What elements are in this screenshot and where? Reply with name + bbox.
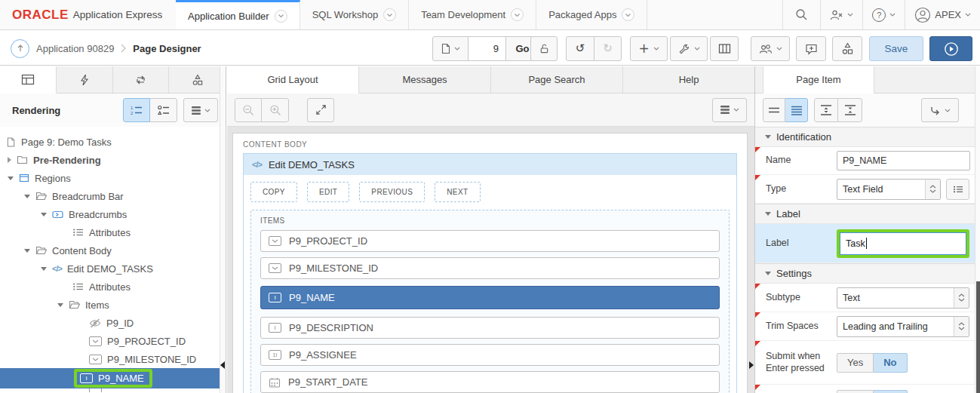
tab-help[interactable]: Help	[623, 66, 754, 93]
collapse-left-panel-handle[interactable]	[220, 361, 225, 369]
utilities-menu-button[interactable]	[670, 36, 708, 61]
redo-button[interactable]: ↻	[594, 37, 621, 60]
go-to-group-button[interactable]	[921, 98, 959, 122]
chevron-down-icon[interactable]	[511, 8, 524, 21]
tab-messages[interactable]: Messages	[359, 66, 491, 93]
up-level-button[interactable]	[11, 39, 29, 58]
create-menu-button[interactable]: +	[630, 36, 668, 61]
no-option[interactable]: No	[874, 353, 907, 373]
collapse-right-panel-handle[interactable]	[749, 361, 754, 369]
administration-menu-button[interactable]	[820, 0, 862, 29]
expanded-icon[interactable]	[8, 177, 14, 180]
layout-menu-button[interactable]	[712, 98, 747, 122]
copy-button[interactable]: COPY	[250, 182, 297, 202]
edit-button[interactable]: EDIT	[307, 182, 349, 202]
layout-item-p9-name[interactable]: I P9_NAME	[260, 286, 720, 309]
next-button[interactable]: NEXT	[435, 182, 480, 202]
name-input[interactable]	[837, 151, 970, 170]
tree-item-page[interactable]: Page 9: Demo Tasks	[0, 133, 226, 151]
tree-item-pre-rendering[interactable]: Pre-Rendering	[0, 151, 226, 169]
yes-option[interactable]: Yes	[837, 353, 874, 373]
chevron-down-icon[interactable]	[383, 8, 396, 21]
layout-item-p9-project-id[interactable]: P9_PROJECT_ID	[260, 230, 720, 252]
add-comment-button[interactable]	[796, 36, 826, 61]
order-by-processing-button[interactable]: 12	[123, 98, 150, 122]
tree-item-p9-name[interactable]: I P9_NAME	[0, 368, 226, 388]
tab-grid-layout[interactable]: Grid Layout	[227, 66, 359, 94]
collapse-all-button[interactable]	[814, 98, 838, 122]
user-menu-button[interactable]: APEX	[905, 0, 980, 29]
tree-item-items[interactable]: Items	[0, 296, 226, 314]
expanded-icon[interactable]	[41, 267, 47, 271]
type-list-of-values-button[interactable]	[946, 179, 969, 200]
shared-components-menu-button[interactable]	[751, 36, 790, 61]
spinner-icon[interactable]	[925, 180, 940, 199]
lock-button[interactable]	[530, 36, 558, 61]
zoom-out-button[interactable]	[235, 98, 262, 122]
zoom-in-button[interactable]	[262, 98, 289, 122]
tab-team-development[interactable]: Team Development	[409, 0, 536, 29]
show-all-button[interactable]	[785, 98, 808, 122]
tree-item-breadcrumbs[interactable]: Breadcrumbs	[0, 205, 226, 223]
tree-item-p9-milestone-id[interactable]: P9_MILESTONE_ID	[0, 350, 226, 368]
type-select[interactable]: Text Field	[837, 179, 941, 200]
tree-item-regions[interactable]: Regions	[0, 169, 226, 187]
expanded-icon[interactable]	[41, 213, 47, 216]
layout-item-p9-milestone-id[interactable]: P9_MILESTONE_ID	[260, 257, 720, 279]
tab-page-search[interactable]: Page Search	[491, 66, 623, 93]
section-label[interactable]: Label	[755, 204, 980, 224]
tab-page-shared-components[interactable]	[169, 66, 226, 93]
region-edit-demo-tasks[interactable]: </> Edit DEMO_TASKS COPY EDIT PREVIOUS N…	[243, 153, 737, 393]
tree-item-attributes[interactable]: Attributes	[0, 278, 226, 296]
expand-all-sections-button[interactable]	[838, 98, 862, 122]
tree-item-content-body[interactable]: Content Body	[0, 241, 226, 259]
layout-item-p9-description[interactable]: I P9_DESCRIPTION	[260, 317, 720, 339]
layout-item-p9-start-date[interactable]: P9_START_DATE	[260, 371, 720, 393]
breadcrumb-application[interactable]: Application 90829	[36, 43, 114, 54]
collapsed-icon[interactable]	[8, 157, 11, 163]
trim-spaces-select[interactable]: Leading and Trailing	[837, 316, 969, 337]
expand-all-button[interactable]	[307, 98, 334, 122]
expanded-icon[interactable]	[57, 303, 63, 307]
order-by-type-button[interactable]	[150, 98, 177, 122]
tree-item-p9-id[interactable]: P9_ID	[0, 314, 226, 332]
show-common-button[interactable]	[763, 98, 785, 122]
tab-rendering[interactable]	[0, 66, 57, 94]
left-scrollbar[interactable]	[220, 66, 226, 393]
tab-processing[interactable]	[113, 66, 170, 93]
no-option[interactable]: No	[874, 390, 907, 393]
help-menu-button[interactable]: ?	[862, 0, 905, 29]
tab-page-item[interactable]: Page Item	[763, 66, 874, 94]
tab-packaged-apps[interactable]: Packaged Apps	[536, 0, 647, 29]
right-scrollbar[interactable]	[975, 66, 980, 393]
section-identification[interactable]: Identification	[755, 127, 980, 147]
yes-option[interactable]: Yes	[837, 390, 874, 393]
label-input[interactable]: Task	[840, 232, 966, 255]
tree-item-breadcrumb-bar[interactable]: Breadcrumb Bar	[0, 187, 226, 205]
save-button[interactable]: Save	[869, 36, 923, 61]
section-settings[interactable]: Settings	[755, 263, 980, 284]
layout-columns-button[interactable]	[710, 36, 739, 61]
search-button[interactable]	[782, 0, 820, 29]
page-number-input[interactable]	[468, 37, 505, 60]
page-select-button[interactable]	[433, 37, 468, 60]
tab-dynamic-actions[interactable]	[57, 66, 113, 93]
tree-item-attributes[interactable]: Attributes	[0, 223, 226, 241]
run-page-button[interactable]	[929, 36, 972, 61]
shared-components-button[interactable]	[832, 36, 862, 61]
tree-menu-button[interactable]	[183, 98, 218, 122]
layout-item-p9-assignee[interactable]: 1I P9_ASSIGNEE	[260, 344, 720, 366]
chevron-down-icon[interactable]	[622, 8, 634, 21]
spinner-icon[interactable]	[954, 288, 969, 308]
tab-sql-workshop[interactable]: SQL Workshop	[300, 0, 409, 29]
tree-item-p9-project-id[interactable]: P9_PROJECT_ID	[0, 332, 226, 350]
expanded-icon[interactable]	[24, 249, 30, 253]
previous-button[interactable]: PREVIOUS	[359, 182, 425, 202]
expanded-icon[interactable]	[24, 195, 30, 198]
tree-item-partial[interactable]	[0, 388, 226, 392]
undo-button[interactable]: ↺	[567, 37, 594, 60]
subtype-select[interactable]: Text	[837, 287, 969, 309]
chevron-down-icon[interactable]	[275, 10, 287, 23]
scrollbar-thumb[interactable]	[976, 281, 980, 393]
tree-item-edit-demo-tasks[interactable]: </> Edit DEMO_TASKS	[0, 259, 226, 278]
